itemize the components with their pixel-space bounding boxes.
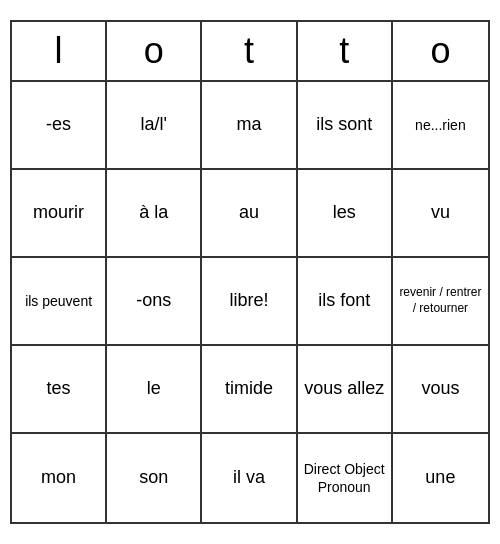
cell-7: au xyxy=(202,170,297,258)
cell-21: son xyxy=(107,434,202,522)
cell-3: ils sont xyxy=(298,82,393,170)
cell-17: timide xyxy=(202,346,297,434)
cell-23: Direct Object Pronoun xyxy=(298,434,393,522)
cell-18: vous allez xyxy=(298,346,393,434)
cell-10: ils peuvent xyxy=(12,258,107,346)
cell-2: ma xyxy=(202,82,297,170)
cell-11: -ons xyxy=(107,258,202,346)
cell-12: libre! xyxy=(202,258,297,346)
header-row: lotto xyxy=(12,22,488,82)
cell-14: revenir / rentrer / retourner xyxy=(393,258,488,346)
header-letter-3: t xyxy=(298,22,393,80)
header-letter-2: t xyxy=(202,22,297,80)
cell-13: ils font xyxy=(298,258,393,346)
cell-6: à la xyxy=(107,170,202,258)
header-letter-4: o xyxy=(393,22,488,80)
header-letter-0: l xyxy=(12,22,107,80)
cell-19: vous xyxy=(393,346,488,434)
cell-1: la/l' xyxy=(107,82,202,170)
header-letter-1: o xyxy=(107,22,202,80)
cell-16: le xyxy=(107,346,202,434)
cell-5: mourir xyxy=(12,170,107,258)
cell-20: mon xyxy=(12,434,107,522)
cell-22: il va xyxy=(202,434,297,522)
bingo-card: lotto -esla/l'mails sontne...rienmourirà… xyxy=(10,20,490,524)
cell-4: ne...rien xyxy=(393,82,488,170)
cell-8: les xyxy=(298,170,393,258)
cell-0: -es xyxy=(12,82,107,170)
bingo-grid: -esla/l'mails sontne...rienmourirà laaul… xyxy=(12,82,488,522)
cell-24: une xyxy=(393,434,488,522)
cell-15: tes xyxy=(12,346,107,434)
cell-9: vu xyxy=(393,170,488,258)
